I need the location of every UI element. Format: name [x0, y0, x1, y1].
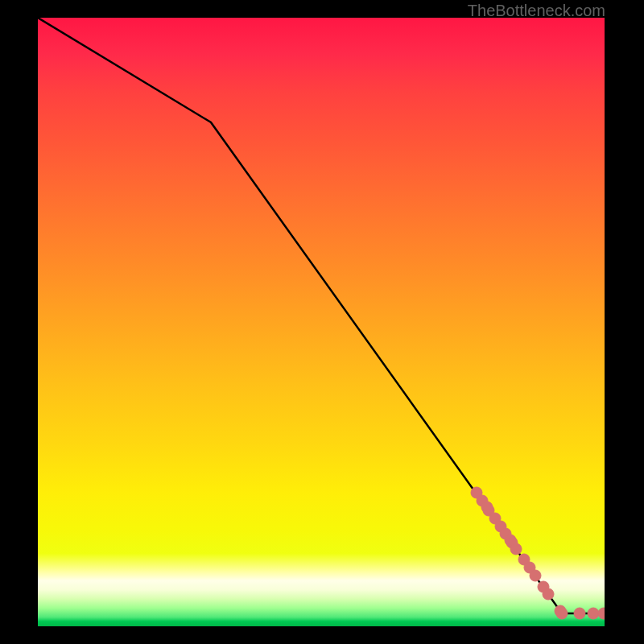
attribution-text: TheBottleneck.com	[468, 2, 605, 20]
chart-gradient-background	[38, 18, 605, 626]
